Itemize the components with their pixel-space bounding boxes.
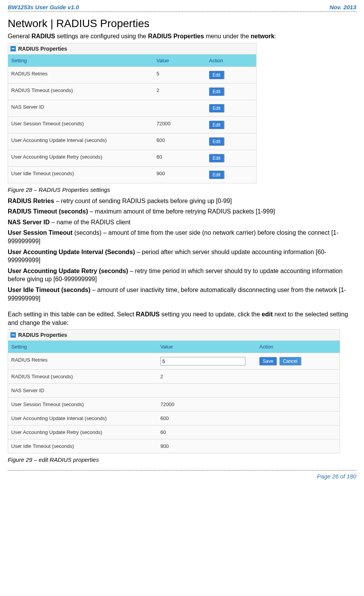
figure-29-caption: Figure 29 – edit RADIUS properties <box>8 456 356 463</box>
table-row: User Idle Timeout (seconds)900Edit <box>8 166 256 183</box>
cell-setting: RADIUS Timeout (seconds) <box>8 84 153 100</box>
para-bold-edit: edit <box>262 311 272 318</box>
edit-button[interactable]: Edit <box>209 71 225 79</box>
cell-setting: User Session Timeout (seconds) <box>8 117 153 133</box>
cell-action <box>256 398 340 411</box>
table-row: User Accounting Update Interval (seconds… <box>8 133 256 150</box>
para-text: Each setting in this table can be edited… <box>8 311 136 318</box>
col-value: Value <box>157 341 256 353</box>
edit-button[interactable]: Edit <box>209 87 225 96</box>
intro-text: : <box>274 33 276 39</box>
panel-title-row: RADIUS Properties <box>8 43 256 54</box>
cell-action: Edit <box>206 84 256 100</box>
doc-title: BW1253s User Guide v1.0 <box>8 4 79 10</box>
cell-value: 2 <box>153 84 206 100</box>
table-row: User Accounting Update Retry (seconds)60 <box>8 425 340 439</box>
intro-text: General <box>8 33 31 39</box>
edit-button[interactable]: Edit <box>209 154 225 162</box>
edit-button[interactable]: Edit <box>209 171 225 179</box>
cancel-button[interactable]: Cancel <box>279 357 301 365</box>
table-row: User Session Timeout (seconds)72000 <box>8 397 340 411</box>
col-value: Value <box>153 55 206 67</box>
cell-value: 60 <box>157 425 256 439</box>
cell-action <box>256 425 340 439</box>
para-bold-radius: RADIUS <box>136 311 160 318</box>
collapse-icon[interactable] <box>10 332 16 338</box>
cell-setting: User Idle Timeout (seconds) <box>8 439 157 453</box>
definition-line: User Idle Timeout (seconds) – amount of … <box>8 286 356 302</box>
definition-line: RADIUS Retries – retry count of sending … <box>8 197 356 205</box>
cell-action: Edit <box>206 167 256 183</box>
edit-button[interactable]: Edit <box>209 121 225 129</box>
table-row: User Accounting Update Retry (seconds)60… <box>8 150 256 166</box>
table-row: NAS Server IDEdit <box>8 100 256 116</box>
doc-date: Nov. 2013 <box>330 4 356 10</box>
table-row: NAS Server ID <box>8 383 340 397</box>
definition-line: NAS Server ID – name of the RADIUS clien… <box>8 218 356 227</box>
definition-text: – maximum amount of time before retrying… <box>88 208 275 215</box>
cell-value <box>153 100 206 116</box>
cell-action: Edit <box>206 133 256 150</box>
collapse-icon[interactable] <box>10 46 16 51</box>
radius-properties-panel: RADIUS Properties Setting Value Action R… <box>8 43 257 183</box>
header-rule <box>8 11 356 12</box>
cell-action: Edit <box>206 150 256 166</box>
cell-setting: User Accounting Update Retry (seconds) <box>8 425 157 439</box>
table-row: RADIUS RetriesSaveCancel <box>8 353 340 369</box>
cell-action <box>256 439 340 453</box>
col-setting: Setting <box>8 341 157 353</box>
table-row: RADIUS Timeout (seconds)2Edit <box>8 83 256 100</box>
table-row: User Idle Timeout (seconds)900 <box>8 439 340 453</box>
cell-value: 60 <box>153 150 206 166</box>
value-input[interactable] <box>160 357 245 365</box>
definition-term: User Accounting Update Interval (Seconds… <box>8 249 135 255</box>
section-title: Network | RADIUS Properties <box>8 17 356 30</box>
cell-action <box>256 384 340 397</box>
page-header: BW1253s User Guide v1.0 Nov. 2013 <box>8 4 356 11</box>
definition-text: – name of the RADIUS client <box>50 219 131 225</box>
cell-value: 900 <box>153 167 206 183</box>
definition-term: User Session Timeout <box>8 229 73 236</box>
cell-action: Edit <box>206 67 256 83</box>
cell-setting: RADIUS Retries <box>8 67 153 83</box>
table-row: RADIUS Timeout (seconds)2 <box>8 369 340 383</box>
table-row: User Session Timeout (seconds)72000Edit <box>8 116 256 133</box>
definition-term: NAS Server ID <box>8 219 50 225</box>
panel-title-row: RADIUS Properties <box>8 330 340 340</box>
cell-value: 2 <box>157 370 256 383</box>
cell-value: 600 <box>153 133 206 150</box>
definition-line: User Accounting Update Retry (seconds) –… <box>8 267 356 283</box>
cell-value: 72000 <box>157 398 256 411</box>
definition-line: User Accounting Update Interval (Seconds… <box>8 248 356 265</box>
definition-term: RADIUS Retries <box>8 198 54 204</box>
definition-line: RADIUS Timeout (seconds) – maximum amoun… <box>8 207 356 216</box>
cell-setting: User Accounting Update Retry (seconds) <box>8 150 153 166</box>
panel-title: RADIUS Properties <box>18 332 67 338</box>
cell-setting: User Session Timeout (seconds) <box>8 398 157 411</box>
save-button[interactable]: Save <box>259 357 277 365</box>
table-row: RADIUS Retries5Edit <box>8 67 256 83</box>
edit-button[interactable]: Edit <box>209 137 225 146</box>
cell-setting: NAS Server ID <box>8 384 157 397</box>
intro-paragraph: General RADIUS settings are configured u… <box>8 32 356 41</box>
page-footer: Page 26 of 180 <box>8 471 356 483</box>
cell-setting: NAS Server ID <box>8 100 153 116</box>
cell-setting: User Idle Timeout (seconds) <box>8 167 153 183</box>
intro-text: settings are configured using the <box>55 33 148 39</box>
para-text: setting you need to update, click the <box>160 311 262 318</box>
cell-setting: User Accounting Update Interval (seconds… <box>8 412 157 425</box>
cell-setting: RADIUS Timeout (seconds) <box>8 370 157 383</box>
each-setting-paragraph: Each setting in this table can be edited… <box>8 310 356 327</box>
cell-action <box>256 370 340 383</box>
table-header: Setting Value Action <box>8 54 256 67</box>
col-setting: Setting <box>8 55 153 67</box>
table-row: User Accounting Update Interval (seconds… <box>8 411 340 425</box>
figure-28-caption: Figure 28 – RADIUS Properties settings <box>8 186 356 193</box>
table-header: Setting Value Action <box>8 340 340 353</box>
col-action: Action <box>206 55 256 67</box>
panel-title: RADIUS Properties <box>18 46 67 52</box>
edit-button[interactable]: Edit <box>209 104 225 113</box>
cell-action: Edit <box>206 117 256 133</box>
intro-text: menu under the <box>204 33 251 39</box>
intro-bold-network: network <box>251 33 274 39</box>
